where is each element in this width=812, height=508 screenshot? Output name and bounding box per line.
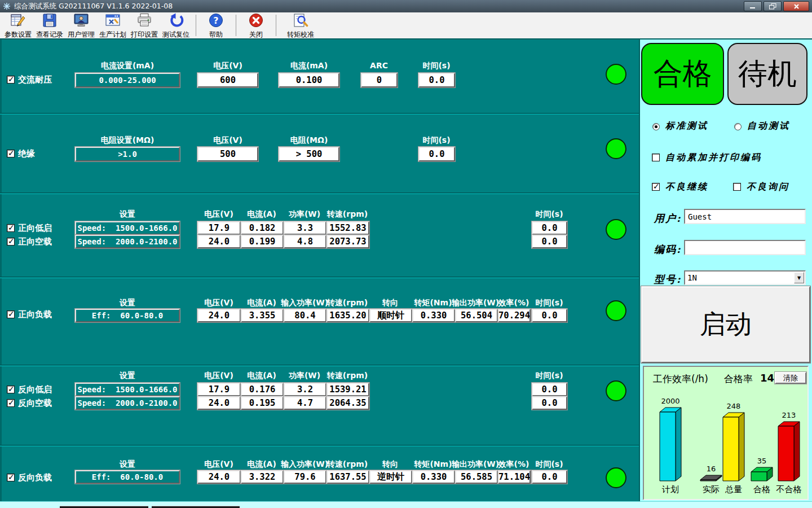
fwd-load-label: 正向负载 — [18, 309, 52, 320]
rev-load-setting-header: 设置 — [120, 459, 135, 470]
checkbox-rev-load[interactable] — [7, 474, 15, 481]
checkbox-acw[interactable] — [7, 76, 15, 84]
app-icon — [3, 2, 11, 10]
row-separator — [0, 113, 639, 115]
acw-time-value: 0.0 — [418, 73, 455, 87]
toolbar-production-plan[interactable]: 生产计划 — [97, 12, 129, 38]
checkbox-rev-lowstart[interactable] — [7, 386, 15, 393]
window-title: 综合测试系统 G202111067 V1.1.6 2022-01-08 — [14, 2, 173, 11]
rev-col-header: 功率(W) — [289, 371, 320, 381]
rev-load-header: 电压(V) — [204, 459, 233, 470]
rev-load-value: 71.104 — [498, 470, 531, 484]
toolbar-label: 参数设置 — [5, 30, 32, 38]
bar-value-label: 2000 — [655, 397, 686, 405]
close-button[interactable] — [783, 1, 809, 11]
toolbar-param-settings[interactable]: 参数设置 — [2, 12, 34, 38]
rev-value: 0.176 — [241, 383, 284, 396]
toolbar-label: 转矩校准 — [287, 30, 314, 38]
toolbar-test-reset[interactable]: 测试复位 — [160, 12, 192, 38]
fwd-status-indicator — [606, 219, 626, 240]
toolbar-print-settings[interactable]: 打印设置 — [129, 12, 160, 38]
checkbox-insulation[interactable] — [7, 150, 15, 157]
rev-value: 4.7 — [284, 396, 326, 410]
bar-category-label: 计划 — [651, 484, 690, 495]
bar-value-label: 213 — [773, 411, 805, 419]
radio-standard-test[interactable] — [652, 123, 660, 130]
toolbar-help[interactable]: ? 帮助 — [200, 12, 232, 38]
rev-load-value: 0.330 — [412, 470, 455, 484]
user-input[interactable] — [684, 209, 806, 224]
insulation-voltage-value: 500 — [197, 147, 258, 161]
fwd-load-header: 时间(s) — [535, 298, 563, 308]
rev-load-direction: 逆时针 — [369, 470, 412, 484]
rev-load-header: 输入功率(W) — [281, 459, 328, 470]
fwd-load-setting-field: Eff: 60.0-80.0 — [75, 309, 180, 322]
checkbox-autoprint[interactable] — [652, 154, 660, 161]
rev-setting2-field: Speed: 2000.0-2100.0 — [75, 396, 180, 410]
rev-load-header: 电流(A) — [247, 459, 276, 470]
fwd-load-value: 1635.20 — [326, 309, 369, 322]
start-button[interactable]: 启动 — [641, 286, 810, 363]
chart-bar — [722, 412, 745, 481]
rev-col-header: 电压(V) — [204, 371, 233, 381]
standby-status-box: 待机 — [727, 43, 807, 105]
toolbar-label: 生产计划 — [99, 30, 126, 38]
model-dropdown[interactable]: 1N ▼ — [684, 270, 806, 285]
chart-bar — [659, 407, 682, 481]
rev-load-value: 56.585 — [455, 470, 498, 484]
checkbox-fwd-lowstart[interactable] — [7, 224, 15, 232]
checkbox-fwd-noload[interactable] — [7, 238, 15, 246]
bar-category-label: 不合格 — [769, 484, 809, 495]
rev-load-header: 时间(s) — [535, 459, 563, 470]
rev-setting1-field: Speed: 1500.0-1666.0 — [75, 383, 180, 396]
chart-bar — [778, 421, 800, 481]
rev-value: 0.195 — [241, 396, 284, 410]
bar-chart: 2000计划16实际248总量35合格213不合格 — [644, 367, 807, 499]
toolbar-label: 用户管理 — [68, 30, 95, 38]
toolbar-view-records[interactable]: 查看记录 — [34, 12, 65, 38]
rev-load-value: 24.0 — [197, 470, 241, 484]
rev-status-indicator — [606, 380, 626, 401]
fwd-load-value: 70.294 — [498, 309, 531, 322]
rev-load-label: 反向负载 — [18, 472, 52, 483]
toolbar-label: 打印设置 — [131, 30, 158, 38]
checkbox-fail-ask[interactable] — [733, 183, 741, 191]
acw-current-header: 电流(mA) — [290, 61, 328, 71]
fwd-load-value: 56.504 — [455, 309, 498, 322]
rev-load-header: 转向 — [382, 459, 398, 470]
chart-bar — [700, 475, 722, 481]
toolbar-separator — [236, 15, 236, 36]
row-separator — [0, 277, 639, 278]
chevron-down-icon[interactable]: ▼ — [794, 272, 804, 283]
rev-load-header: 转速(rpm) — [327, 459, 368, 470]
row-separator — [0, 365, 639, 366]
fwd-time-value: 0.0 — [532, 221, 567, 235]
toolbar-user-management[interactable]: 用户管理 — [65, 12, 97, 38]
code-label: 编码: — [654, 243, 682, 256]
code-input[interactable] — [684, 240, 806, 255]
checkbox-fwd-load[interactable] — [7, 310, 15, 318]
fwd-load-value: 3.355 — [241, 309, 284, 322]
checkbox-rev-noload[interactable] — [7, 399, 15, 407]
efficiency-chart-panel: 工作效率(/h) 合格率 14% 清除 2000计划16实际248总量35合格2… — [643, 366, 809, 500]
toolbar-close-app[interactable]: 关闭 — [240, 12, 272, 38]
pass-status-box: 合格 — [641, 43, 724, 105]
radio-auto-test[interactable] — [734, 123, 742, 130]
fwd-load-header: 效率(%) — [498, 298, 529, 308]
fwd-noload-label: 正向空载 — [18, 237, 52, 247]
minimize-button[interactable] — [744, 1, 762, 11]
plan-window-icon — [105, 12, 121, 30]
checkbox-fail-continue[interactable] — [652, 183, 660, 191]
rev-value: 3.2 — [284, 383, 326, 396]
chart-bar — [751, 467, 773, 481]
toolbar: 参数设置 查看记录 用户管理 生产计划 打印设置 测试复位 ? 帮助 关闭 转矩… — [0, 12, 812, 40]
toolbar-label: 查看记录 — [36, 30, 63, 38]
restore-button[interactable] — [764, 1, 782, 11]
toolbar-torque-calibration[interactable]: 转矩校准 — [280, 12, 321, 38]
fail-ask-label: 不良询问 — [747, 181, 789, 193]
window-edge — [0, 40, 2, 501]
insulation-time-value: 0.0 — [418, 147, 455, 161]
row-separator — [0, 192, 639, 194]
acw-setting-field: 0.000-25.000 — [75, 73, 180, 87]
fwd-load-header: 电压(V) — [204, 298, 233, 308]
